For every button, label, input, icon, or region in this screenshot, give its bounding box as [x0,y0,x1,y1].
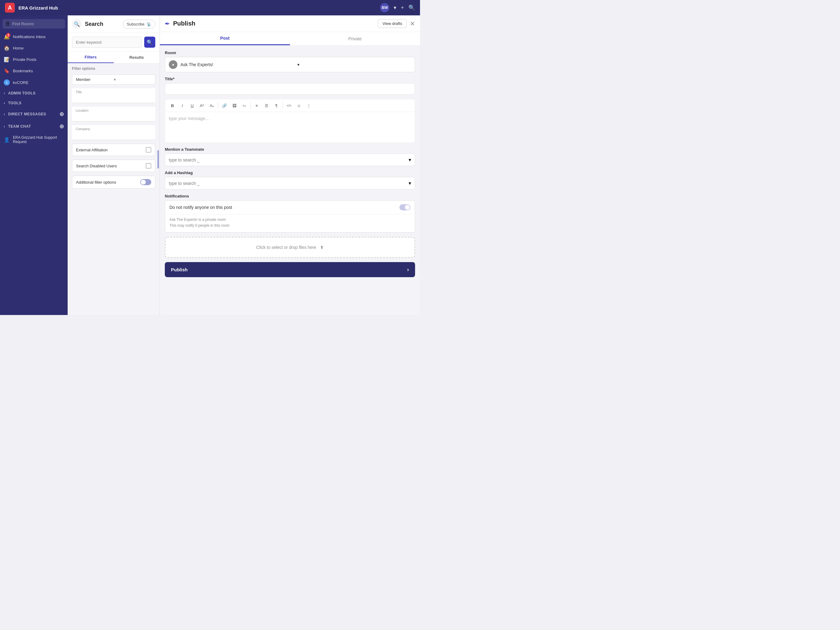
sidebar-section-admin-tools[interactable]: › ADMIN TOOLS [0,88,68,98]
heading-button[interactable]: Aᴬ [198,101,206,110]
company-filter-input[interactable] [72,131,155,140]
chevron-down-icon: ▾ [297,62,411,67]
sidebar-item-private-posts[interactable]: 📝 Private Posts [0,54,68,65]
sidebar-item-notifications-inbox[interactable]: 🔔 Notifications Inbox 1 [0,31,68,43]
message-placeholder: type your message... [169,116,209,121]
chevron-right-icon: › [4,101,5,105]
search-go-button[interactable]: 🔍 [144,36,155,47]
tab-results[interactable]: Results [114,52,160,63]
hashtag-search-input[interactable] [169,181,409,186]
sidebar-item-support[interactable]: 👤 ERA Grizzard Hub Support Request [0,133,68,147]
close-button[interactable]: ✕ [410,20,415,27]
title-filter-input[interactable] [72,95,155,103]
external-affiliation-checkbox-box[interactable] [146,147,151,153]
avatar[interactable]: BW [380,3,389,12]
do-not-notify-label: Do not notify anyone on this post [169,205,396,210]
ordered-list-button[interactable]: ≡ [253,101,261,110]
search-disabled-users-label: Search Disabled Users [76,164,146,168]
scrollbar[interactable] [158,150,159,169]
room-section: Room ● Ask The Experts! ▾ [165,51,415,72]
sidebar-section-tools[interactable]: › TOOLS [0,98,68,108]
notifications-box: Do not notify anyone on this post Ask Th… [165,200,415,233]
add-team-chat-icon[interactable]: ⊕ [59,123,64,130]
do-not-notify-row[interactable]: Do not notify anyone on this post [165,201,415,214]
view-drafts-button[interactable]: View drafts [378,19,407,28]
underline-button[interactable]: U [188,101,196,110]
additional-filter-label: Additional filter options [76,180,140,185]
notification-info-line1: Ask The Experts! is a private room [169,217,411,223]
chevron-right-icon: › [4,91,5,95]
subscribe-button[interactable]: Subscribe 📡 [123,20,155,28]
font-size-button[interactable]: Aₐ [208,101,216,110]
chevron-down-icon: ▾ [409,157,411,163]
do-not-notify-toggle[interactable] [399,204,411,211]
title-input[interactable] [165,83,415,95]
more-insert-button[interactable]: +₁ [240,101,248,110]
search-icon[interactable]: 🔍 [408,4,415,11]
additional-filter-toggle[interactable] [140,179,151,185]
tab-post[interactable]: Post [160,32,290,45]
sidebar-item-label: kvCORE [13,80,28,85]
rss-icon: 📡 [146,22,151,27]
sidebar-item-home[interactable]: 🏠 Home [0,43,68,54]
room-select[interactable]: ● Ask The Experts! ▾ [165,57,415,72]
title-field-label: Title [72,88,155,95]
additional-filter-toggle-row[interactable]: Additional filter options [72,176,155,188]
search-input-row: 🔍 [68,33,159,52]
search-disabled-users-checkbox[interactable]: Search Disabled Users [72,160,155,172]
search-panel-search-icon[interactable]: 🔍 [72,19,82,29]
paragraph-button[interactable]: ¶ [272,101,281,110]
chevron-right-icon: › [4,112,5,116]
external-affiliation-label: External Affiliation [76,148,146,152]
toolbar-separator [250,103,251,109]
emoji-button[interactable]: ☺ [295,101,303,110]
more-options-button[interactable]: ⋮ [305,101,313,110]
italic-button[interactable]: I [178,101,186,110]
hashtag-search-select[interactable]: ▾ [165,177,415,190]
edit-icon: 📝 [4,57,10,62]
sidebar-item-bookmarks[interactable]: 🔖 Bookmarks [0,65,68,77]
company-filter-field: Company [72,125,155,140]
mention-search-input[interactable] [169,157,409,162]
link-button[interactable]: 🔗 [220,101,229,110]
filter-results-tabs: Filters Results [68,52,159,63]
location-filter-input[interactable] [72,113,155,121]
tab-private[interactable]: Private [290,32,420,45]
publish-panel-header: ✒ Publish View drafts ✕ [160,15,420,32]
search-disabled-users-checkbox-box[interactable] [146,163,151,169]
search-panel: 🔍 Search Subscribe 📡 🔍 Filters Results F… [68,15,160,315]
image-button[interactable]: 🖼 [230,101,238,110]
room-icon: ● [169,60,177,69]
sidebar-item-kvcore[interactable]: k kvCORE [0,77,68,88]
find-rooms-input-row[interactable]: ☰ 🔒 [2,19,65,28]
sidebar-section-label: ADMIN TOOLS [8,91,36,95]
toolbar-separator [283,103,283,109]
message-editor: B I U Aᴬ Aₐ 🔗 🖼 +₁ ≡ ☰ ¶ </> ☺ ⋮ [165,99,415,143]
message-area[interactable]: type your message... [165,112,415,143]
add-direct-message-icon[interactable]: ⊕ [59,111,64,117]
logo-letter: A [8,5,12,11]
bold-button[interactable]: B [168,101,177,110]
search-keyword-input[interactable] [72,36,142,47]
hashtag-label: Add a Hashtag [165,171,415,175]
notifications-info: Ask The Experts! is a private room This … [165,214,415,232]
find-rooms-input[interactable] [12,22,64,26]
chevron-down-icon[interactable]: ▾ [393,4,396,11]
add-icon[interactable]: + [401,5,404,11]
notifications-label: Notifications [165,194,415,198]
file-drop-zone[interactable]: Click to select or drop files here ⬆ [165,237,415,258]
member-dropdown[interactable]: Member ▾ [72,74,155,85]
sidebar-section-direct-messages[interactable]: › DIRECT MESSAGES ⊕ [0,108,68,120]
member-dropdown-value: Member [76,77,114,82]
search-panel-header: 🔍 Search Subscribe 📡 [68,15,159,33]
toolbar-separator [218,103,218,109]
publish-button[interactable]: Publish › [165,262,415,277]
code-button[interactable]: </> [285,101,293,110]
chevron-down-icon: ▾ [409,180,411,186]
external-affiliation-checkbox[interactable]: External Affiliation [72,144,155,156]
mention-search-select[interactable]: ▾ [165,154,415,166]
tab-filters[interactable]: Filters [68,52,114,63]
room-name: Ask The Experts! [180,62,294,67]
unordered-list-button[interactable]: ☰ [262,101,271,110]
sidebar-section-team-chat[interactable]: › TEAM CHAT ⊕ [0,120,68,133]
